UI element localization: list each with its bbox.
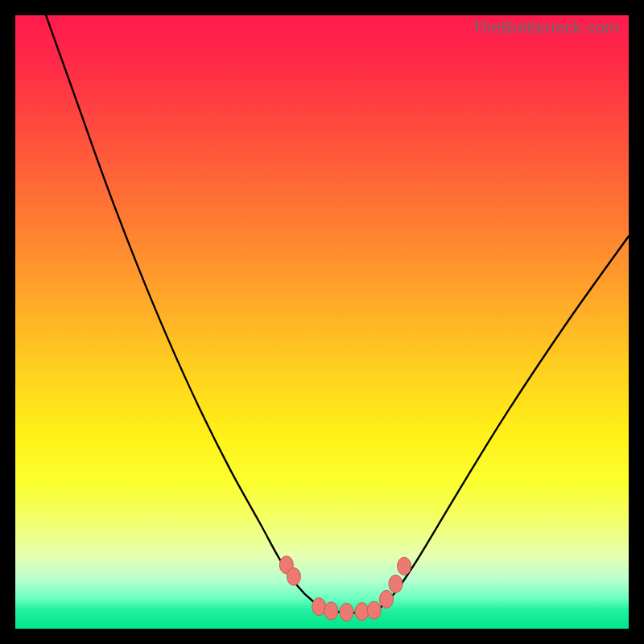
chart-svg	[15, 15, 629, 629]
outer-frame: TheBottleneck.com	[0, 0, 644, 644]
marker-dot	[324, 602, 338, 620]
marker-dot	[287, 568, 300, 585]
marker-dot	[312, 598, 326, 616]
marker-dot	[398, 557, 411, 575]
marker-dot	[340, 603, 353, 621]
marker-dot	[389, 575, 402, 592]
marker-dot	[367, 601, 381, 619]
plot-area: TheBottleneck.com	[15, 15, 629, 629]
marker-dot	[380, 590, 394, 608]
curve-right-branch	[378, 236, 629, 610]
marker-dot	[355, 603, 369, 621]
curve-left-branch	[46, 15, 328, 610]
